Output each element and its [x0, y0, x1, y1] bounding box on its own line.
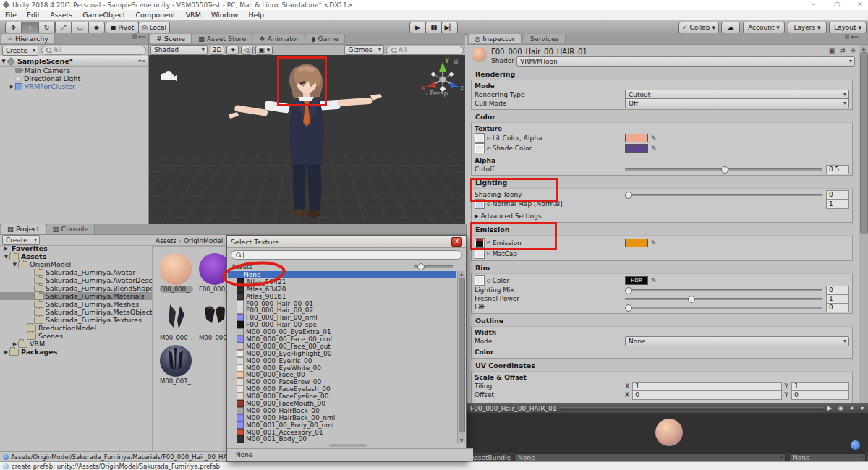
audio-toggle-icon[interactable]: ◁) — [241, 46, 253, 55]
hierarchy-search-input[interactable]: All — [41, 46, 146, 55]
transform-tool-icon[interactable]: ◈ — [88, 22, 105, 33]
gizmo-lock-icon[interactable] — [451, 58, 458, 66]
pivot-button[interactable]: ◼ Pivot — [106, 22, 139, 33]
texture-item[interactable]: M00_000_00_EyeExtra_01 — [228, 328, 456, 336]
breadcrumb-assets[interactable]: Assets — [156, 237, 176, 244]
hierarchy-item[interactable]: Directional Light — [0, 74, 148, 82]
texture-item[interactable]: M00_000_EyeIris_00 — [228, 357, 456, 364]
scene-header-row[interactable]: ▼ SampleScene* ▾≡ — [0, 56, 148, 67]
dialog-title-bar[interactable]: Select Texture x — [227, 236, 466, 248]
layout-button[interactable]: Layout ▾ — [829, 22, 867, 33]
assetbundle-dropdown-1[interactable]: None — [514, 453, 786, 462]
lift-slider[interactable] — [625, 307, 822, 309]
account-button[interactable]: Account ▾ — [743, 22, 785, 33]
project-tree-item[interactable]: ▶ VRM — [0, 340, 152, 348]
advanced-settings-foldout[interactable]: ▶Advanced Settings — [475, 212, 849, 221]
step-button[interactable]: ▶▏ — [441, 22, 458, 33]
material-header-icons[interactable]: ▣ ⇄ ✳ — [829, 47, 857, 54]
texture-item[interactable]: M00_000_Face_00 — [228, 371, 456, 378]
preview-header[interactable]: F00_000_Hair_00_HAIR_01 ▶ ◉ ☀ ▾ — [467, 403, 868, 414]
texture-item[interactable]: M00_001_00_Body_00_nml — [228, 422, 456, 429]
shader-dropdown[interactable]: VRM/MToon — [516, 56, 855, 67]
menu-item[interactable]: GameObject — [77, 11, 130, 19]
effects-toggle-icon[interactable]: ▣ ▾ — [255, 46, 273, 55]
preview-canvas[interactable] — [467, 414, 868, 453]
picker-scrollbar[interactable]: ▲ ▼ — [457, 271, 465, 443]
texture-item[interactable]: M00_000_HairBack_00_nml — [228, 414, 456, 422]
inspector-menu-icon[interactable]: ▾≡ — [843, 34, 859, 40]
eyedropper-icon[interactable]: ✎ — [651, 134, 657, 142]
tab-hierarchy[interactable]: ≡ Hierarchy — [1, 34, 55, 43]
project-tree-item[interactable]: Sakurada_Fumiriya.MetaObject — [0, 308, 152, 316]
menu-item[interactable]: Component — [130, 11, 180, 19]
project-tab[interactable]: ▥ Console — [47, 224, 95, 234]
project-tree-item[interactable]: ▶ Packages — [0, 348, 152, 356]
offset-x-field[interactable]: 0 — [632, 390, 781, 400]
texture-item[interactable]: M00_000_FaceEyeline_00 — [228, 393, 456, 400]
emission-color-swatch[interactable] — [625, 239, 648, 247]
scale-tool-icon[interactable]: ⤢ — [55, 22, 72, 33]
restore-button[interactable]: ▢ — [827, 0, 846, 9]
rim-hdr-swatch[interactable]: HDR — [625, 276, 648, 285]
shading-toony-slider[interactable] — [625, 194, 822, 196]
preview-toolbar-icons[interactable]: ▶ ◉ ☀ ▾ — [827, 405, 866, 411]
asset-thumb[interactable]: F00_000_... — [160, 253, 193, 293]
texture-item[interactable]: F00_000_Hair_00_01 — [228, 300, 456, 307]
shade-color-swatch[interactable] — [625, 144, 648, 153]
collab-button[interactable]: ✓ Collab ▾ — [678, 22, 719, 33]
texture-item[interactable]: Atlas_59421 — [228, 278, 456, 286]
vrm-badge-icon[interactable] — [851, 440, 860, 450]
texture-item[interactable]: Atlas_63420 — [228, 286, 456, 293]
texture-item-none[interactable]: None — [228, 271, 456, 278]
scene-view-tab[interactable]: ◗ Game — [306, 34, 344, 43]
rect-tool-icon[interactable]: ▭ — [72, 22, 88, 33]
scene-search-input[interactable]: All — [386, 46, 464, 55]
menu-item[interactable]: Window — [206, 11, 243, 19]
project-tree-item[interactable]: Sakurada_Fumiriya.AvatarDescription — [0, 276, 152, 284]
texture-item[interactable]: Atlas_90161 — [228, 293, 456, 300]
menu-item[interactable]: Edit — [22, 11, 45, 19]
texture-item[interactable]: M00_000_00_Face_00_out — [228, 343, 456, 350]
texture-item[interactable]: F00_000_Hair_00_02 — [228, 307, 456, 314]
minimize-button[interactable]: – — [804, 0, 823, 9]
move-tool-icon[interactable]: ✛ — [22, 22, 38, 33]
project-tree-item[interactable]: Sakurada_Fumiriya.Materials — [0, 292, 152, 300]
pause-button[interactable]: ▮▮ — [425, 22, 442, 33]
assetbundle-dropdown-2[interactable]: None — [789, 453, 866, 462]
local-button[interactable]: ◎ Local — [138, 22, 170, 33]
gizmos-dropdown[interactable]: Gizmos — [344, 45, 384, 55]
asset-thumb[interactable]: M00_001_... — [160, 345, 193, 385]
hierarchy-item[interactable]: Main Camera — [0, 67, 148, 74]
menu-item[interactable]: Assets — [45, 11, 77, 19]
texture-item[interactable]: M00_001_Accessory_01 — [228, 429, 456, 436]
texture-slot[interactable] — [475, 143, 485, 153]
project-tree-item[interactable]: RreductionModel — [0, 324, 152, 332]
texture-item[interactable]: M00_000_FaceEyelash_00 — [228, 385, 456, 393]
normal-map-slot[interactable] — [475, 199, 485, 209]
cloud-button[interactable]: ☁ — [721, 22, 740, 33]
shading-toony-field[interactable]: 0 — [826, 190, 849, 200]
cutoff-field[interactable]: 0.5 — [826, 165, 849, 174]
persp-label[interactable]: ‹ Persp — [425, 90, 448, 97]
hierarchy-item[interactable]: ▶ VRMForCluster — [0, 82, 148, 90]
project-tree-item[interactable]: Sakurada_Fumiriya.Meshes — [0, 300, 152, 308]
eyedropper-icon[interactable]: ✎ — [651, 239, 657, 247]
cull-mode-dropdown[interactable]: Off — [625, 98, 849, 108]
tab-inspector[interactable]: ◎ Inspector — [469, 34, 522, 43]
texture-item[interactable]: M00_000_00_Face_00_nml — [228, 336, 456, 343]
texture-item[interactable]: M00_000_EyeHighlight_00 — [228, 350, 456, 357]
project-tree-item[interactable]: Sakurada_Fumiriya.Avatar — [0, 268, 152, 276]
picker-zoom-slider[interactable] — [414, 265, 453, 268]
hand-tool-icon[interactable]: ✥ — [5, 22, 22, 33]
project-tree-item[interactable]: ▼ OriginModel — [0, 260, 152, 268]
hierarchy-create-button[interactable]: Create — [2, 46, 38, 56]
scene-view-tab[interactable]: ▦ Asset Store — [192, 34, 252, 43]
offset-y-field[interactable]: 0 — [791, 390, 849, 400]
camera-gizmo-icon[interactable] — [159, 71, 178, 82]
scene-view-tab[interactable]: ❖ Animator — [253, 34, 305, 43]
fresnel-power-slider[interactable] — [625, 298, 822, 300]
character-model[interactable] — [227, 56, 391, 223]
project-tree-item[interactable]: ▶ Favorites — [0, 244, 152, 252]
dialog-close-button[interactable]: x — [451, 237, 462, 247]
texture-item[interactable]: F00_000_Hair_00_nml — [228, 314, 456, 321]
